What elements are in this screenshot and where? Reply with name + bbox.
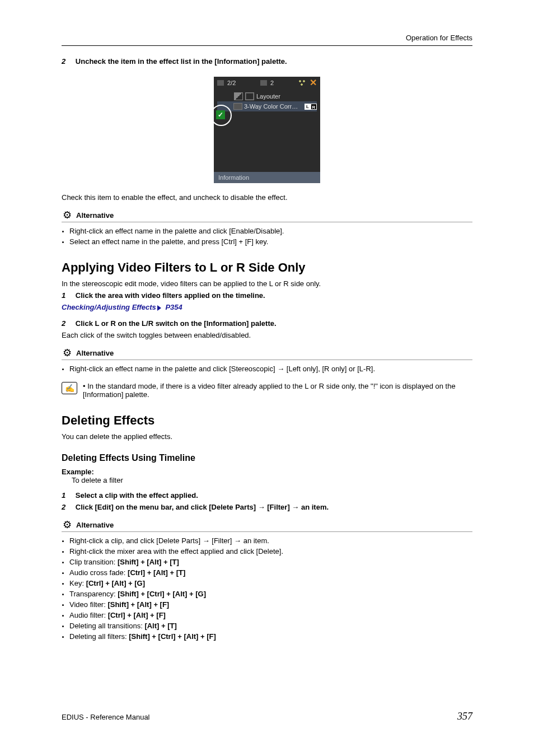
gear-icon: ⚙	[62, 519, 73, 530]
alternative-label: Alternative	[76, 521, 114, 529]
step-text: Click the area with video filters applie…	[76, 291, 265, 300]
step-number: 1	[62, 491, 65, 500]
information-palette-figure: 2/2 2 ✕ Layouter	[62, 77, 472, 183]
arrow-right-icon: →	[203, 536, 210, 545]
alternative-heading: ⚙ Alternative	[62, 209, 472, 221]
arrow-right-icon: →	[258, 503, 265, 511]
gear-icon: ⚙	[62, 347, 73, 358]
step-text: Click [Edit] on the menu bar, and click …	[76, 503, 329, 511]
list-item: Key: [Ctrl] + [Alt] + [G]	[69, 579, 472, 587]
page-content: Operation for Effects 2 Uncheck the item…	[62, 34, 472, 722]
palette-footer[interactable]: Information	[214, 172, 320, 183]
page-number: 357	[457, 711, 472, 722]
step-number: 2	[62, 319, 65, 328]
effect-name: 3-Way Color Corr…	[244, 103, 305, 110]
arrow-right-icon: →	[234, 536, 241, 545]
step-text: Click L or R on the L/R switch on the [I…	[76, 319, 277, 328]
step-1-click-area: 1 Click the area with video filters appl…	[62, 291, 472, 300]
step-number: 2	[62, 503, 65, 511]
after-panel-text: Check this item to enable the effect, an…	[62, 193, 472, 202]
palette-count-mid: 2	[270, 80, 274, 86]
alternative-label: Alternative	[76, 211, 114, 220]
palette-top-bar: 2/2 2 ✕	[214, 77, 320, 89]
effect-name: Layouter	[256, 93, 317, 100]
palette-footer-label: Information	[218, 174, 249, 181]
lr-r[interactable]: R	[311, 104, 317, 110]
section-heading-deleting: Deleting Effects	[62, 413, 472, 428]
lr-switch[interactable]: L R	[305, 104, 317, 110]
list-item: Transparency: [Shift] + [Ctrl] + [Alt] +…	[69, 590, 472, 598]
note-body: In the standard mode, if there is a vide…	[83, 382, 472, 399]
step-1-select-clip: 1 Select a clip with the effect applied.	[62, 491, 472, 500]
section-intro: You can delete the applied effects.	[62, 432, 472, 441]
note-block: ✍ In the standard mode, if there is a vi…	[62, 382, 472, 399]
list-item: Deleting all transitions: [Alt] + [T]	[69, 622, 472, 630]
step-2-click-lr: 2 Click L or R on the L/R switch on the …	[62, 319, 472, 328]
step-2-click-edit: 2 Click [Edit] on the menu bar, and clic…	[62, 503, 472, 511]
effect-icon	[234, 92, 243, 100]
information-palette: 2/2 2 ✕ Layouter	[214, 77, 320, 183]
header-section-label: Operation for Effects	[62, 34, 472, 42]
lr-l[interactable]: L	[305, 104, 311, 110]
step-text: Select a clip with the effect applied.	[76, 491, 198, 500]
alternative-label: Alternative	[76, 349, 114, 357]
arrow-right-icon: →	[277, 365, 284, 373]
palette-count-left: 2/2	[227, 80, 236, 86]
list-item: Select an effect name in the palette, an…	[69, 237, 472, 246]
note-icon: ✍	[62, 382, 77, 394]
step-number: 1	[62, 291, 65, 300]
palette-icon	[217, 80, 224, 86]
example-label: Example:	[62, 468, 472, 476]
section-intro: In the stereoscopic edit mode, video fil…	[62, 279, 472, 288]
list-item: Right-click the mixer area with the effe…	[69, 547, 472, 556]
header-rule	[62, 45, 472, 46]
footer-left: EDIUS - Reference Manual	[62, 713, 150, 721]
alternative-list: Right-click a clip, and click [Delete Pa…	[62, 536, 472, 641]
xref-text: Checking/Adjusting Effects	[62, 303, 156, 311]
alternative-rule	[62, 222, 472, 222]
alternative-heading: ⚙ Alternative	[62, 347, 472, 358]
subsection-heading: Deleting Effects Using Timeline	[62, 453, 472, 463]
xref-link[interactable]: Checking/Adjusting Effects P354	[62, 303, 472, 311]
note-text: In the standard mode, if there is a vide…	[83, 382, 456, 399]
effect-row-layouter[interactable]: Layouter	[217, 91, 317, 101]
enable-checkbox[interactable]	[216, 110, 225, 119]
list-item: Audio filter: [Ctrl] + [Alt] + [F]	[69, 611, 472, 619]
example-text: To delete a filter	[72, 476, 472, 484]
arrow-icon	[157, 305, 161, 311]
alternative-list: Right-click an effect name in the palett…	[62, 227, 472, 246]
step-number: 2	[62, 57, 65, 66]
list-item: Video filter: [Shift] + [Alt] + [F]	[69, 600, 472, 609]
section-heading-lr: Applying Video Filters to L or R Side On…	[62, 260, 472, 275]
palette-icon-2	[260, 80, 267, 86]
list-item: Right-click an effect name in the palett…	[69, 365, 472, 373]
list-item: Audio cross fade: [Ctrl] + [Alt] + [T]	[69, 568, 472, 577]
settings-icon[interactable]	[298, 80, 306, 86]
step-text: Uncheck the item in the effect list in t…	[76, 57, 287, 66]
alternative-heading: ⚙ Alternative	[62, 519, 472, 530]
arrow-right-icon: →	[292, 503, 299, 511]
effect-icon	[234, 104, 242, 109]
alternative-rule	[62, 360, 472, 360]
xref-page: P354	[165, 303, 182, 311]
list-item: Clip transition: [Shift] + [Alt] + [T]	[69, 558, 472, 566]
effect-icon	[245, 92, 254, 100]
list-item: Right-click a clip, and click [Delete Pa…	[69, 536, 472, 545]
list-item: Deleting all filters: [Shift] + [Ctrl] +…	[69, 632, 472, 641]
effect-row-3way[interactable]: 3-Way Color Corr… L R	[217, 101, 317, 111]
step-subtext: Each click of the switch toggles between…	[62, 331, 472, 339]
alternative-rule	[62, 531, 472, 532]
alternative-list: Right-click an effect name in the palett…	[62, 365, 472, 373]
step-2-uncheck: 2 Uncheck the item in the effect list in…	[62, 57, 472, 66]
list-item: Right-click an effect name in the palett…	[69, 227, 472, 235]
palette-list: Layouter 3-Way Color Corr… L R	[214, 89, 320, 114]
page-footer: EDIUS - Reference Manual 357	[62, 711, 472, 722]
close-icon[interactable]: ✕	[310, 80, 317, 86]
gear-icon: ⚙	[62, 209, 73, 221]
